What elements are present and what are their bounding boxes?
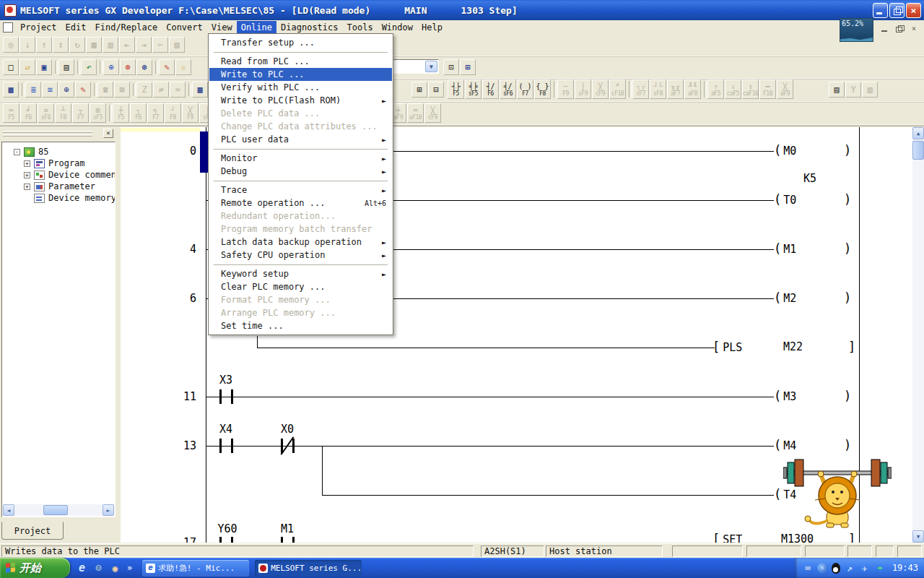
- close-button[interactable]: ×: [906, 3, 921, 18]
- coil-T0[interactable]: T0: [774, 193, 796, 207]
- ladder-symbol-button[interactable]: ╕ F7: [147, 103, 164, 123]
- toolbar-button[interactable]: ▤: [58, 59, 74, 75]
- toolbar-button[interactable]: ▥: [103, 37, 118, 53]
- menu-item[interactable]: Verify with PLC ...: [209, 81, 392, 94]
- ladder-symbol-button[interactable]: ┴ F8: [55, 103, 71, 123]
- coil-M2[interactable]: M2: [774, 291, 796, 305]
- ladder-symbol-button[interactable]: ═ F5: [3, 103, 19, 123]
- ladder-symbol-button[interactable]: ╳ cF9: [424, 103, 441, 123]
- ladder-symbol-button[interactable]: ─ F9: [557, 79, 574, 99]
- contact-Y60[interactable]: [219, 537, 222, 543]
- mdi-close-button[interactable]: ×: [908, 24, 920, 33]
- start-button[interactable]: 开始: [0, 558, 70, 578]
- scroll-thumb[interactable]: [912, 141, 924, 160]
- expand-box[interactable]: +: [24, 160, 30, 167]
- toolbar-button[interactable]: ≡: [42, 82, 58, 98]
- menu-item[interactable]: Set time ...: [209, 319, 392, 332]
- menu-item[interactable]: Debug ►: [209, 165, 392, 178]
- expand-box[interactable]: +: [24, 172, 30, 178]
- ladder-symbol-button[interactable]: ╡╞ sF5: [465, 79, 481, 99]
- scroll-down-icon[interactable]: ▼: [912, 530, 924, 543]
- ladder-symbol-button[interactable]: ( ) F7: [517, 79, 533, 99]
- menu-item[interactable]: Write to PLC ...: [209, 68, 392, 81]
- menu-item[interactable]: Program memory batch transfer: [209, 223, 392, 236]
- scroll-right-icon[interactable]: ►: [103, 504, 114, 516]
- scroll-left-icon[interactable]: ◄: [3, 504, 14, 516]
- toolbar-button[interactable]: ⊕: [58, 82, 74, 98]
- toolbar-button[interactable]: ⊠: [114, 82, 130, 98]
- keyboard-icon[interactable]: ⌨: [802, 563, 814, 574]
- coil-M0[interactable]: M0: [774, 144, 796, 158]
- ladder-symbol-button[interactable]: ╳ cF9: [592, 79, 609, 99]
- toolbar-button[interactable]: Y: [845, 82, 861, 98]
- ladder-symbol-button[interactable]: ┐┌ sF7: [632, 79, 649, 99]
- mdi-minimize-button[interactable]: [879, 24, 891, 33]
- menubar-item[interactable]: Project: [16, 21, 61, 34]
- coil-M1[interactable]: M1: [774, 242, 796, 256]
- qq-icon[interactable]: [832, 563, 840, 574]
- toolbar-button[interactable]: ⇥: [136, 37, 152, 53]
- arrow-icon[interactable]: ↗: [844, 563, 855, 574]
- menu-item[interactable]: [209, 178, 392, 184]
- collapse-box[interactable]: -: [14, 149, 20, 155]
- ladder-symbol-button[interactable]: ╳ aF9: [777, 79, 793, 99]
- ladder-symbol-button[interactable]: ↑ aF5: [707, 79, 724, 99]
- toolbar-button[interactable]: ✎: [75, 82, 91, 98]
- toolbar-button[interactable]: ▥: [862, 82, 878, 98]
- menubar-item[interactable]: Help: [417, 21, 447, 34]
- scroll-up-icon[interactable]: ▲: [912, 127, 924, 139]
- toolbar-button[interactable]: [75, 59, 80, 75]
- toolbar-button[interactable]: ▦: [192, 82, 208, 98]
- toolbar-button[interactable]: [92, 82, 97, 98]
- contact-X3[interactable]: [219, 389, 222, 404]
- menu-item[interactable]: Clear PLC memory ...: [209, 280, 392, 293]
- tree-horizontal-scrollbar[interactable]: ◄ ►: [3, 504, 114, 516]
- menubar-item[interactable]: Online: [237, 21, 276, 34]
- ladder-symbol-button[interactable]: ╡/ sF6: [500, 79, 516, 99]
- chevron-down-icon[interactable]: ▼: [425, 61, 437, 72]
- ladder-symbol-button[interactable]: ┬ F7: [72, 103, 89, 123]
- toolbar-button[interactable]: [53, 59, 58, 75]
- menubar-item[interactable]: View: [207, 21, 237, 34]
- toolbar-button[interactable]: ≈: [170, 82, 186, 98]
- ladder-symbol-button[interactable]: ┤├ F5: [448, 79, 464, 99]
- panel-close-button[interactable]: ×: [103, 129, 113, 138]
- ladder-symbol-button[interactable]: ┘└ sF8: [650, 79, 666, 99]
- toolbar-button[interactable]: □: [3, 59, 19, 75]
- menu-item[interactable]: [209, 146, 392, 152]
- panel-drag-handle[interactable]: [3, 131, 92, 133]
- toolbar-button[interactable]: ⊗: [120, 59, 136, 75]
- menu-item[interactable]: Transfer setup ...: [209, 36, 392, 49]
- coil-M4[interactable]: M4: [774, 439, 796, 452]
- menubar-item[interactable]: Find/Replace: [90, 21, 162, 34]
- taskbar-task-button[interactable]: 求助!急! - Mic...: [142, 560, 249, 577]
- ladder-symbol-button[interactable]: ┐ F6: [130, 103, 147, 123]
- tree-item[interactable]: + Program: [24, 158, 85, 169]
- toolbar-button[interactable]: ↕: [53, 37, 69, 53]
- ladder-symbol-button[interactable]: ╜╙ aF8: [684, 79, 701, 99]
- menu-item[interactable]: Change PLC data attributes ...: [209, 120, 392, 133]
- vertical-scrollbar[interactable]: ▲ ▼: [912, 127, 924, 543]
- tree-root-item[interactable]: - 85: [14, 146, 48, 158]
- toolbar-button[interactable]: ≣: [25, 82, 41, 98]
- toolbar-button[interactable]: ▦: [86, 37, 102, 53]
- toolbar-button[interactable]: ↑: [36, 37, 52, 53]
- toolbar-button[interactable]: ⊞: [411, 82, 427, 98]
- ladder-symbol-button[interactable]: ≡ sF6: [38, 103, 54, 123]
- menu-item[interactable]: Read from PLC ...: [209, 55, 392, 68]
- toolbar-button[interactable]: ↓: [19, 37, 35, 53]
- toolbar-button[interactable]: ◎: [3, 37, 19, 53]
- ladder-symbol-button[interactable]: * cF10: [609, 79, 626, 99]
- menu-item[interactable]: Trace ►: [209, 184, 392, 197]
- panel-drag-handle[interactable]: [3, 134, 92, 137]
- menu-item[interactable]: [209, 49, 392, 55]
- menubar-item[interactable]: Convert: [162, 21, 207, 34]
- ladder-symbol-button[interactable]: ┤/ F6: [482, 79, 499, 99]
- toolbar-button[interactable]: ▧: [169, 37, 185, 53]
- toolbar-button[interactable]: ⊕: [103, 59, 119, 75]
- toolbar-button[interactable]: ✂: [152, 37, 168, 53]
- ladder-symbol-button[interactable]: ↕ caF10: [742, 79, 759, 99]
- ladder-symbol-button[interactable]: [627, 79, 632, 99]
- menubar-item[interactable]: Diagnostics: [276, 21, 342, 34]
- toolbar-button[interactable]: ⊟: [428, 82, 444, 98]
